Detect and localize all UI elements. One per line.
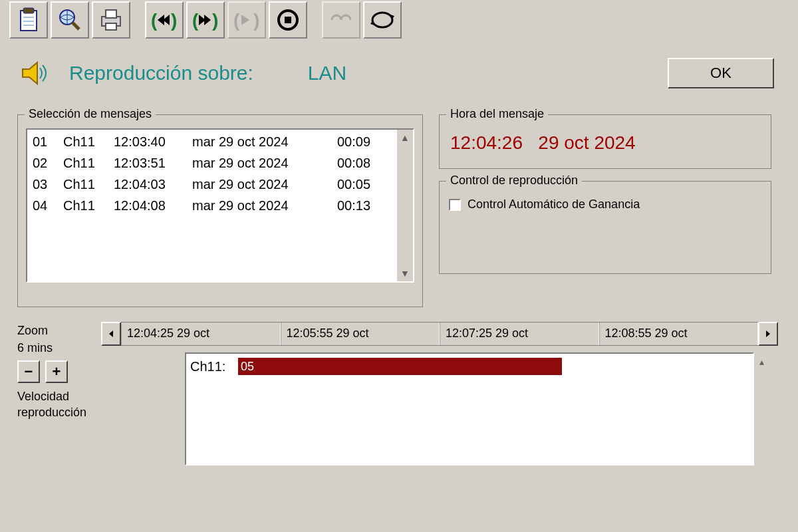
- arrow-right-icon: [763, 329, 773, 338]
- svg-text:): ): [212, 10, 218, 31]
- svg-text:(: (: [192, 10, 199, 31]
- rewind-button[interactable]: ( ): [145, 1, 184, 39]
- arrow-left-icon: [106, 329, 116, 338]
- message-time-display: 12:04:26 29 oct 2024: [448, 128, 763, 160]
- link-icon: [328, 10, 354, 30]
- time-ruler: 12:04:25 29 oct12:05:55 29 oct12:07:25 2…: [121, 322, 758, 346]
- search-globe-icon: [57, 7, 83, 33]
- message-cell-date: mar 29 oct 2024: [192, 131, 325, 152]
- ruler-cell: 12:07:25 29 oct: [440, 323, 599, 345]
- svg-text:(: (: [233, 10, 240, 31]
- zoom-duration: 6 mins: [17, 339, 96, 356]
- message-cell-dur: 00:08: [337, 152, 377, 174]
- print-button[interactable]: [92, 1, 130, 39]
- agc-label: Control Automático de Ganancia: [467, 198, 640, 211]
- message-cell-idx: 02: [33, 152, 51, 174]
- zoom-in-button[interactable]: +: [45, 360, 68, 383]
- message-cell-dur: 00:05: [337, 174, 377, 195]
- stop-button[interactable]: [269, 1, 307, 39]
- message-cell-dur: 00:13: [337, 195, 377, 216]
- track-panel[interactable]: Ch11: 05 ▴: [185, 352, 754, 466]
- svg-line-6: [72, 23, 79, 29]
- message-selection-group: Selección de mensajes 01Ch1112:03:40mar …: [17, 114, 423, 307]
- svg-text:): ): [171, 10, 177, 31]
- message-listbox[interactable]: 01Ch1112:03:40mar 29 oct 202400:0902Ch11…: [26, 128, 414, 283]
- speaker-icon: [17, 55, 55, 92]
- ruler-next-button[interactable]: [758, 322, 778, 346]
- message-cell-idx: 03: [33, 174, 51, 195]
- message-cell-ch: Ch11: [63, 174, 102, 195]
- link-button[interactable]: [322, 1, 360, 39]
- fast-forward-button[interactable]: ( ): [186, 1, 225, 39]
- ruler-cell: 12:05:55 29 oct: [281, 323, 440, 345]
- refresh-icon: [369, 8, 396, 32]
- svg-rect-1: [23, 8, 34, 13]
- message-cell-date: mar 29 oct 2024: [192, 195, 325, 216]
- message-date-value: 29 oct 2024: [538, 132, 635, 153]
- svg-point-18: [372, 13, 392, 27]
- playback-control-legend: Control de reproducción: [446, 174, 582, 188]
- message-cell-ch: Ch11: [63, 195, 102, 216]
- svg-rect-17: [285, 17, 291, 23]
- track-scroll-up-icon[interactable]: ▴: [754, 354, 769, 370]
- refresh-button[interactable]: [363, 1, 402, 39]
- step-forward-icon: ( ): [232, 8, 261, 32]
- svg-text:): ): [253, 10, 259, 31]
- playback-control-group: Control de reproducción Control Automáti…: [439, 181, 771, 274]
- message-row[interactable]: 02Ch1112:03:51mar 29 oct 202400:08: [27, 152, 413, 174]
- list-scrollbar[interactable]: ▲ ▼: [397, 130, 413, 281]
- ruler-cell: 12:04:25 29 oct: [121, 323, 281, 345]
- fast-forward-icon: ( ): [191, 8, 220, 32]
- ok-button[interactable]: OK: [668, 58, 774, 88]
- zoom-label: Zoom: [17, 322, 96, 339]
- message-time-group: Hora del mensaje 12:04:26 29 oct 2024: [439, 114, 771, 169]
- message-row[interactable]: 04Ch1112:04:08mar 29 oct 202400:13: [27, 195, 413, 216]
- svg-rect-9: [106, 23, 116, 30]
- message-cell-idx: 04: [33, 195, 51, 216]
- rewind-icon: ( ): [150, 8, 179, 32]
- message-cell-dur: 00:09: [337, 131, 377, 152]
- track-channel-label: Ch11:: [190, 359, 234, 374]
- clipboard-icon: [17, 7, 41, 33]
- track-row: Ch11: 05: [190, 356, 749, 376]
- scroll-up-icon[interactable]: ▲: [398, 130, 412, 146]
- step-forward-button[interactable]: ( ): [227, 1, 266, 39]
- message-cell-idx: 01: [33, 131, 51, 152]
- message-cell-time: 12:04:08: [114, 195, 180, 216]
- agc-checkbox[interactable]: [449, 199, 461, 211]
- printer-icon: [98, 7, 124, 33]
- message-row[interactable]: 01Ch1112:03:40mar 29 oct 202400:09: [27, 131, 413, 152]
- message-time-value: 12:04:26: [450, 132, 523, 153]
- message-cell-ch: Ch11: [63, 131, 102, 152]
- clipboard-button[interactable]: [9, 1, 48, 39]
- ruler-cell: 12:08:55 29 oct: [599, 323, 759, 345]
- playback-label: Reproducción sobre:: [69, 62, 253, 84]
- message-cell-ch: Ch11: [63, 152, 102, 174]
- message-cell-date: mar 29 oct 2024: [192, 174, 325, 195]
- search-button[interactable]: [51, 1, 89, 39]
- message-cell-date: mar 29 oct 2024: [192, 152, 325, 174]
- ruler-prev-button[interactable]: [101, 322, 121, 346]
- playback-speed-label: Velocidad reproducción: [17, 388, 97, 420]
- playback-header: Reproducción sobre: LAN OK: [17, 55, 781, 92]
- main-panel: Reproducción sobre: LAN OK Selección de …: [0, 43, 798, 466]
- message-selection-legend: Selección de mensajes: [25, 107, 156, 121]
- scroll-down-icon[interactable]: ▼: [398, 265, 412, 281]
- track-segment[interactable]: 05: [238, 358, 562, 375]
- message-cell-time: 12:03:40: [114, 131, 180, 152]
- track-scrollbar[interactable]: ▴: [754, 354, 771, 464]
- toolbar: ( ) ( ) ( ): [0, 0, 798, 43]
- stop-icon: [276, 8, 300, 32]
- playback-source: LAN: [308, 62, 346, 84]
- message-cell-time: 12:04:03: [114, 174, 180, 195]
- message-time-legend: Hora del mensaje: [446, 107, 548, 121]
- message-cell-time: 12:03:51: [114, 152, 180, 174]
- svg-rect-8: [106, 10, 116, 18]
- message-row[interactable]: 03Ch1112:04:03mar 29 oct 202400:05: [27, 174, 413, 195]
- svg-text:(: (: [151, 10, 158, 31]
- zoom-out-button[interactable]: −: [17, 360, 40, 383]
